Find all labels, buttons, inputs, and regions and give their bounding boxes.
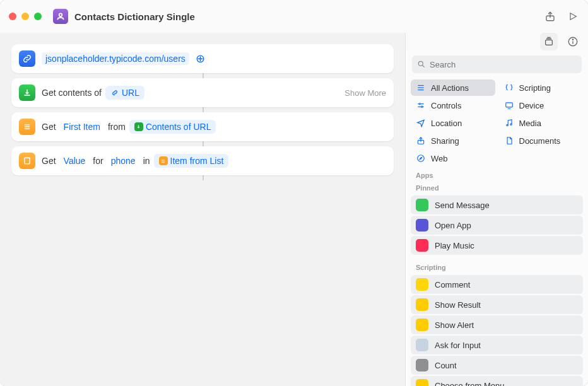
category-location[interactable]: Location (411, 115, 495, 131)
doc-icon (504, 136, 514, 146)
search-icon (417, 60, 426, 69)
app-window: Contacts Dictionary Single jsonplacehold… (0, 0, 588, 386)
pinned-list: Send MessageOpen AppPlay Music (406, 193, 588, 260)
action-label: Ask for Input (435, 341, 481, 350)
close-window-button[interactable] (9, 13, 16, 20)
action-ask-for-input[interactable]: Ask for Input (411, 336, 583, 354)
category-label: Media (519, 119, 541, 128)
search-field[interactable] (412, 56, 582, 73)
category-label: Web (431, 154, 448, 163)
shortcut-icon (53, 9, 68, 24)
action-get-contents[interactable]: Get contents of URL Show More (11, 78, 394, 107)
url-field[interactable]: jsonplaceholder.typicode.com/users (42, 52, 189, 65)
add-url-button[interactable]: ⊕ (196, 52, 205, 66)
library-toggle-button[interactable] (540, 33, 558, 50)
action-get-first-item[interactable]: Get First Item from Contents of URL (11, 112, 394, 141)
variable-label: Item from List (170, 156, 224, 166)
category-controls[interactable]: Controls (411, 97, 495, 114)
share-icon (416, 136, 426, 146)
action-open-app[interactable]: Open App (411, 216, 583, 235)
action-count[interactable]: Count (411, 356, 583, 375)
category-label: Scripting (519, 83, 551, 93)
search-input[interactable] (430, 60, 577, 69)
action-icon (416, 319, 428, 331)
token-value[interactable]: Value (60, 155, 90, 167)
slider-icon (416, 100, 426, 110)
action-comment[interactable]: Comment (411, 275, 583, 294)
category-sharing[interactable]: Sharing (411, 132, 495, 149)
action-icon (416, 339, 428, 351)
action-label: Comment (435, 280, 470, 290)
action-label: Choose from Menu (435, 381, 505, 387)
action-send-message[interactable]: Send Message (411, 196, 583, 214)
action-url[interactable]: jsonplaceholder.typicode.com/users ⊕ (11, 44, 394, 73)
svg-line-13 (423, 66, 425, 67)
action-choose-from-menu[interactable]: Choose from Menu (411, 376, 583, 386)
word-get: Get (42, 122, 56, 132)
zoom-window-button[interactable] (34, 13, 42, 20)
category-label: Documents (519, 136, 561, 146)
action-icon (416, 359, 428, 371)
svg-rect-21 (505, 103, 512, 107)
action-icon (416, 278, 428, 291)
category-all-actions[interactable]: All Actions (411, 79, 495, 96)
action-icon (416, 239, 428, 252)
scripting-section-label: Scripting (406, 260, 588, 272)
variable-label: URL (122, 88, 139, 98)
category-scripting[interactable]: Scripting (499, 79, 584, 96)
action-show-result[interactable]: Show Result (411, 295, 583, 314)
action-label: Get contents of (42, 88, 102, 98)
category-documents[interactable]: Documents (499, 132, 584, 149)
word-from: from (108, 122, 126, 132)
action-label: Show Alert (435, 320, 474, 330)
variable-contents-of-url[interactable]: Contents of URL (129, 120, 216, 134)
variable-label: Contents of URL (146, 122, 211, 132)
action-label: Open App (435, 221, 471, 230)
window-title: Contacts Dictionary Single (74, 11, 544, 22)
action-label: Show Result (435, 300, 481, 310)
action-icon (416, 219, 428, 231)
braces-icon (504, 83, 514, 93)
sidebar-toolbar (406, 33, 588, 50)
svg-point-18 (419, 103, 420, 105)
action-label: Count (435, 361, 457, 370)
show-more-button[interactable]: Show More (344, 88, 386, 98)
music-icon (504, 118, 514, 128)
info-icon[interactable] (567, 35, 579, 48)
action-label: Play Music (435, 241, 474, 250)
minimize-window-button[interactable] (21, 13, 29, 20)
category-web[interactable]: Web (411, 150, 495, 167)
window-controls (9, 13, 42, 20)
category-label: Controls (431, 101, 461, 110)
share-icon[interactable] (544, 10, 556, 23)
word-get: Get (42, 156, 56, 166)
action-icon (416, 298, 428, 311)
titlebar: Contacts Dictionary Single (0, 0, 588, 33)
token-key[interactable]: phone (107, 155, 139, 167)
device-icon (504, 100, 514, 110)
category-label: All Actions (431, 83, 469, 93)
action-get-value[interactable]: Get Value for phone in Item from List (11, 146, 394, 175)
svg-point-26 (418, 155, 425, 162)
pinned-section-label: Pinned (406, 180, 588, 193)
scripting-list: CommentShow ResultShow AlertAsk for Inpu… (406, 272, 588, 386)
action-show-alert[interactable]: Show Alert (411, 315, 583, 334)
category-device[interactable]: Device (499, 97, 584, 114)
action-icon (416, 379, 428, 386)
action-play-music[interactable]: Play Music (411, 236, 583, 255)
apps-section-label: Apps (406, 168, 588, 180)
link-icon (19, 50, 35, 67)
category-media[interactable]: Media (499, 115, 584, 131)
run-icon[interactable] (567, 10, 579, 23)
category-label: Location (431, 119, 462, 128)
svg-point-24 (510, 124, 511, 125)
token-first-item[interactable]: First Item (60, 120, 104, 133)
svg-rect-8 (546, 40, 553, 45)
list-icon (416, 83, 426, 93)
variable-item-from-list[interactable]: Item from List (154, 154, 229, 168)
shortcut-editor[interactable]: jsonplaceholder.typicode.com/users ⊕ Get… (0, 33, 405, 386)
word-in: in (143, 156, 150, 166)
list-icon (19, 119, 35, 135)
svg-rect-5 (25, 158, 30, 163)
variable-url[interactable]: URL (105, 86, 144, 100)
